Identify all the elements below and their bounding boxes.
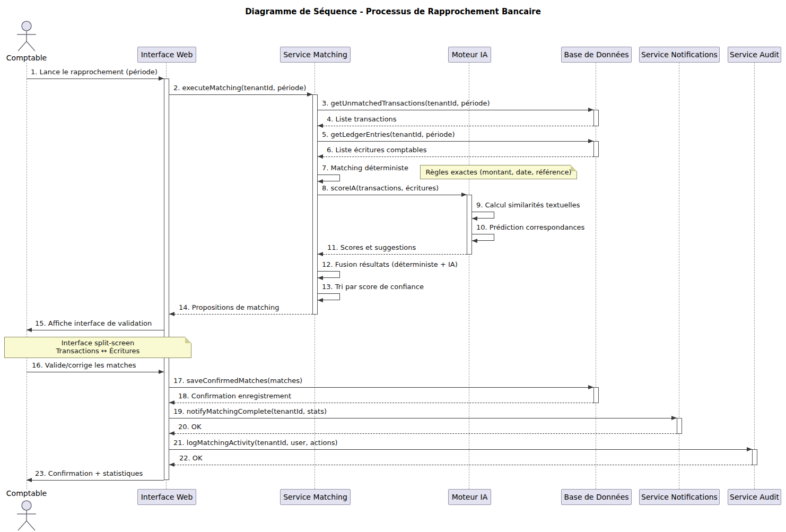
- message-line: [169, 314, 312, 315]
- activation-notifications: [677, 418, 682, 434]
- message-line: [169, 465, 752, 465]
- message-arrowhead: [588, 385, 593, 389]
- message-line: [318, 126, 593, 126]
- message-arrowhead: [169, 400, 174, 405]
- activation-service-matching: [312, 94, 318, 315]
- participant-interface-web-bottom: Interface Web: [137, 489, 196, 505]
- activation-bdd-2: [593, 141, 599, 157]
- message-arrowhead: [27, 478, 32, 482]
- participant-moteur-ia-bottom: Moteur IA: [448, 489, 491, 505]
- message-label: 4. Liste transactions: [327, 115, 397, 124]
- message-label: 17. saveConfirmedMatches(matches): [173, 377, 302, 385]
- message-label: 21. logMatchingActivity(tenantId, user, …: [173, 439, 338, 447]
- activation-bdd-1: [593, 110, 599, 126]
- actor-figure-top: [7, 20, 46, 53]
- message-line: [318, 156, 593, 157]
- participant-interface-web-top: Interface Web: [137, 47, 196, 63]
- message-line: [27, 79, 164, 79]
- message-line: [27, 330, 164, 330]
- message-label: 1. Lance le rapprochement (période): [31, 68, 158, 76]
- activation-bdd-3: [593, 387, 599, 403]
- message-arrowhead: [27, 328, 32, 332]
- message-arrowhead: [159, 370, 164, 374]
- note-line-2: Transactions ↔ Écritures: [5, 347, 191, 355]
- message-label: 8. scoreIA(transactions, écritures): [322, 184, 439, 193]
- message-arrowhead: [461, 193, 467, 197]
- participant-service-matching-top: Service Matching: [280, 47, 351, 63]
- message-label: 13. Tri par score de confiance: [322, 283, 424, 291]
- message-label: 14. Propositions de matching: [179, 303, 279, 312]
- participant-service-notifications-top: Service Notifications: [639, 47, 720, 63]
- note-matching-rules: Règles exactes (montant, date, référence…: [420, 165, 577, 179]
- diagram-title: Diagramme de Séquence - Processus de Rap…: [0, 7, 786, 16]
- message-line: [169, 403, 593, 403]
- message-line: [169, 418, 677, 418]
- message-arrowhead: [472, 239, 477, 243]
- actor-label-top: Comptable: [0, 54, 53, 62]
- sequence-diagram: Diagramme de Séquence - Processus de Rap…: [0, 0, 786, 532]
- message-label: 16. Valide/corrige les matches: [32, 361, 136, 370]
- participant-service-notifications-bottom: Service Notifications: [639, 489, 720, 505]
- message-arrowhead: [318, 276, 323, 280]
- message-label: 15. Affiche interface de validation: [35, 319, 152, 328]
- message-line: [318, 195, 467, 195]
- lifeline-comptable: [27, 63, 27, 489]
- message-line: [318, 110, 593, 110]
- message-label: 10. Prédiction correspondances: [476, 223, 584, 232]
- message-label: 6. Liste écritures comptables: [327, 146, 427, 154]
- message-line: [318, 141, 593, 142]
- message-label: 18. Confirmation enregistrement: [178, 392, 291, 400]
- message-line: [169, 433, 677, 434]
- message-label: 19. notifyMatchingComplete(tenantId, sta…: [173, 407, 327, 416]
- message-arrowhead: [318, 124, 323, 128]
- message-arrowhead: [588, 139, 593, 143]
- message-arrowhead: [169, 312, 174, 316]
- message-line: [318, 254, 467, 255]
- message-arrowhead: [472, 216, 477, 221]
- lifeline-service-audit: [754, 62, 755, 489]
- message-arrowhead: [671, 416, 677, 420]
- participant-service-audit-bottom: Service Audit: [728, 489, 781, 505]
- message-line: [27, 480, 164, 481]
- participant-base-de-donnees-bottom: Base de Données: [561, 489, 632, 505]
- participant-moteur-ia-top: Moteur IA: [448, 47, 491, 63]
- message-label: 22. OK: [179, 454, 203, 463]
- message-arrowhead: [318, 298, 323, 302]
- message-arrowhead: [318, 179, 323, 184]
- message-arrowhead: [318, 252, 323, 256]
- message-arrowhead: [169, 431, 174, 435]
- message-label: 12. Fusion résultats (déterministe + IA): [322, 260, 458, 269]
- message-line: [27, 372, 164, 372]
- message-arrowhead: [588, 108, 593, 112]
- message-line: [169, 449, 752, 450]
- actor-label-bottom: Comptable: [0, 489, 53, 498]
- message-label: 3. getUnmatchedTransactions(tenantId, pé…: [322, 99, 490, 108]
- message-label: 23. Confirmation + statistiques: [35, 469, 143, 478]
- message-arrowhead: [318, 154, 323, 159]
- message-label: 7. Matching déterministe: [322, 164, 408, 172]
- message-label: 20. OK: [178, 423, 202, 431]
- message-label: 11. Scores et suggestions: [327, 243, 416, 252]
- message-label: 2. executeMatching(tenantId, période): [173, 84, 306, 92]
- message-arrowhead: [307, 92, 312, 97]
- participant-service-audit-top: Service Audit: [728, 47, 781, 63]
- note-split-screen: Interface split-screen Transactions ↔ Éc…: [4, 337, 191, 358]
- participant-service-matching-bottom: Service Matching: [280, 489, 351, 505]
- message-arrowhead: [169, 463, 174, 467]
- message-line: [169, 94, 312, 95]
- participant-base-de-donnees-top: Base de Données: [561, 47, 632, 63]
- activation-moteur-ia: [467, 195, 472, 255]
- message-arrowhead: [159, 76, 164, 81]
- activation-interface-web: [164, 79, 169, 480]
- actor-figure-bottom: [7, 498, 46, 532]
- message-label: 5. getLedgerEntries(tenantId, période): [322, 130, 455, 139]
- message-label: 9. Calcul similarités textuelles: [476, 201, 580, 210]
- activation-audit: [752, 449, 757, 465]
- note-line-1: Interface split-screen: [5, 339, 191, 347]
- message-arrowhead: [747, 447, 752, 451]
- message-line: [169, 387, 593, 388]
